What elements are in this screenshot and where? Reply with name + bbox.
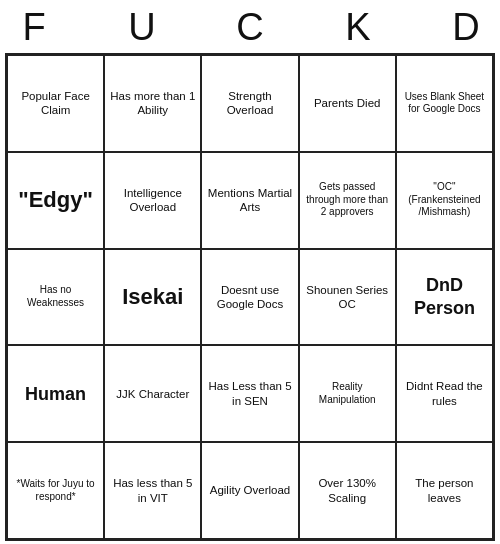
bingo-cell-14: DnD Person bbox=[396, 249, 493, 346]
title-letter-c: C bbox=[216, 6, 284, 49]
bingo-cell-7: Mentions Martial Arts bbox=[201, 152, 298, 249]
bingo-cell-2: Strength Overload bbox=[201, 55, 298, 152]
bingo-cell-21: Has less than 5 in VIT bbox=[104, 442, 201, 539]
title-letter-u: U bbox=[108, 6, 176, 49]
bingo-cell-16: JJK Character bbox=[104, 345, 201, 442]
title-row: F U C K D bbox=[0, 0, 500, 53]
title-letter-k: K bbox=[324, 6, 392, 49]
bingo-cell-19: Didnt Read the rules bbox=[396, 345, 493, 442]
bingo-cell-22: Agility Overload bbox=[201, 442, 298, 539]
bingo-cell-12: Doesnt use Google Docs bbox=[201, 249, 298, 346]
bingo-cell-1: Has more than 1 Ability bbox=[104, 55, 201, 152]
title-letter-f: F bbox=[0, 6, 68, 49]
bingo-cell-5: "Edgy" bbox=[7, 152, 104, 249]
bingo-cell-15: Human bbox=[7, 345, 104, 442]
bingo-cell-11: Isekai bbox=[104, 249, 201, 346]
bingo-cell-3: Parents Died bbox=[299, 55, 396, 152]
bingo-cell-10: Has no Weaknesses bbox=[7, 249, 104, 346]
bingo-cell-8: Gets passed through more than 2 approver… bbox=[299, 152, 396, 249]
title-letter-d: D bbox=[432, 6, 500, 49]
bingo-cell-0: Popular Face Claim bbox=[7, 55, 104, 152]
bingo-cell-20: *Waits for Juyu to respond* bbox=[7, 442, 104, 539]
bingo-cell-13: Shounen Series OC bbox=[299, 249, 396, 346]
bingo-cell-23: Over 130% Scaling bbox=[299, 442, 396, 539]
bingo-cell-18: Reality Manipulation bbox=[299, 345, 396, 442]
bingo-cell-17: Has Less than 5 in SEN bbox=[201, 345, 298, 442]
bingo-cell-24: The person leaves bbox=[396, 442, 493, 539]
bingo-cell-9: "OC" (Frankensteined /Mishmash) bbox=[396, 152, 493, 249]
bingo-cell-6: Intelligence Overload bbox=[104, 152, 201, 249]
bingo-cell-4: Uses Blank Sheet for Google Docs bbox=[396, 55, 493, 152]
bingo-grid: Popular Face ClaimHas more than 1 Abilit… bbox=[5, 53, 495, 541]
